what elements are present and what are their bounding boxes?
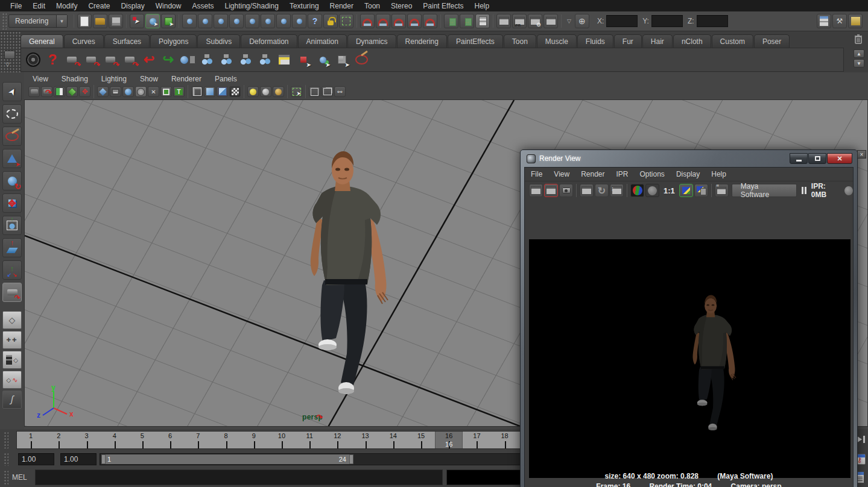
default-lighting-icon[interactable]	[247, 86, 259, 97]
menu-display[interactable]: Display	[115, 1, 150, 11]
shelf-tab-fluids[interactable]: Fluids	[577, 34, 613, 48]
frame-13[interactable]: 13	[352, 432, 379, 449]
menu-assets[interactable]: Assets	[186, 1, 219, 11]
range-end-handle[interactable]	[349, 454, 353, 464]
ipr-render-icon[interactable]	[512, 14, 527, 28]
plugin-shapes-icon[interactable]	[334, 86, 346, 97]
attribute-editor-toggle-icon[interactable]	[817, 14, 831, 28]
layout-dragon-icon[interactable]	[2, 391, 22, 409]
redo-previous-render-icon[interactable]	[529, 184, 543, 197]
bookmarks-icon[interactable]	[54, 86, 65, 97]
panel-menu-shading[interactable]: Shading	[62, 75, 88, 83]
camera-zoom-icon[interactable]	[121, 51, 139, 69]
rv-menu-file[interactable]: File	[531, 170, 542, 178]
shelf-tab-ncloth[interactable]: nCloth	[673, 34, 711, 48]
snap-grid-icon[interactable]	[360, 14, 375, 28]
smooth-shade-icon[interactable]	[204, 86, 215, 97]
rv-menu-options[interactable]: Options	[640, 170, 665, 178]
mask-misc-icon[interactable]	[292, 14, 306, 28]
field-chart-icon[interactable]	[148, 86, 159, 97]
render-view-window[interactable]: Render View ✕ FileViewRenderIPROptionsDi…	[520, 149, 858, 487]
paint-effects-brush-icon[interactable]	[352, 51, 370, 69]
minimize-button[interactable]	[790, 153, 808, 164]
rv-menu-ipr[interactable]: IPR	[616, 170, 629, 178]
maximize-button[interactable]	[808, 153, 826, 164]
frame-18[interactable]: 18	[491, 432, 519, 449]
snap-point-icon[interactable]	[391, 14, 406, 28]
panel-menu-view[interactable]: View	[33, 75, 48, 83]
renderer-select-button[interactable]: Maya Software	[732, 184, 797, 197]
menu-window[interactable]: Window	[150, 1, 187, 11]
rangeslider-drag-handle[interactable]	[4, 453, 8, 466]
frame-7[interactable]: 7	[184, 432, 212, 449]
rgb-channels-icon[interactable]	[630, 184, 644, 197]
ipr-render-rv-icon[interactable]	[580, 184, 594, 197]
construction-history-icon[interactable]	[475, 14, 490, 28]
lock-selection-icon[interactable]	[323, 14, 338, 28]
layout-single-icon[interactable]	[2, 311, 22, 329]
textured-shade-icon[interactable]	[217, 86, 228, 97]
panel-menu-show[interactable]: Show	[140, 75, 158, 83]
shelf-menu-button[interactable]	[4, 51, 15, 59]
shelf-tab-painteffects[interactable]: PaintEffects	[448, 34, 503, 48]
shelf-tab-fur[interactable]: Fur	[614, 34, 642, 48]
undo-arrow-icon[interactable]	[140, 51, 158, 69]
new-scene-icon[interactable]	[77, 14, 92, 28]
wireframe-mode-icon[interactable]	[191, 86, 203, 97]
render-current-frame-icon[interactable]	[496, 14, 511, 28]
menu-lighting-shading[interactable]: Lighting/Shading	[219, 1, 284, 11]
soft-modification-icon[interactable]	[2, 238, 22, 257]
shelf-menu-arrow-icon[interactable]: ▽	[5, 61, 10, 68]
highlight-selection-icon[interactable]	[339, 14, 353, 28]
save-scene-icon[interactable]	[109, 14, 123, 28]
animation-start-field[interactable]: 1.00	[18, 453, 54, 465]
frame-6[interactable]: 6	[156, 432, 184, 449]
timeslider-drag-handle[interactable]	[4, 432, 8, 448]
statusline-drag-handle[interactable]	[2, 13, 7, 30]
rendered-image[interactable]	[529, 239, 851, 478]
render-region-icon[interactable]	[544, 184, 558, 197]
film-gate-icon[interactable]	[110, 86, 121, 97]
shelf-tab-custom[interactable]: Custom	[712, 34, 753, 48]
refresh-ipr-icon[interactable]	[595, 184, 609, 197]
menu-paint-effects[interactable]: Paint Effects	[417, 1, 469, 11]
shelf-tab-rendering[interactable]: Rendering	[397, 34, 447, 48]
shelf-tab-poser[interactable]: Poser	[754, 34, 790, 48]
menu-texturing[interactable]: Texturing	[284, 1, 325, 11]
shelf-tab-animation[interactable]: Animation	[298, 34, 347, 48]
alpha-channel-icon[interactable]	[645, 184, 659, 197]
last-tool-camera-icon[interactable]	[2, 283, 22, 302]
select-hierarchy-icon[interactable]	[130, 14, 144, 28]
snapshot-icon[interactable]	[559, 184, 573, 197]
scale-tool-icon[interactable]	[2, 193, 22, 213]
snap-projected-center-icon[interactable]	[407, 14, 422, 28]
mask-surfaces-icon[interactable]	[229, 14, 244, 28]
frame-16[interactable]: 1616	[435, 432, 463, 449]
shelf-tab-deformation[interactable]: Deformation	[241, 34, 297, 48]
menu-edit[interactable]: Edit	[27, 1, 51, 11]
frame-17[interactable]: 17	[463, 432, 490, 449]
menu-stereo[interactable]: Stereo	[385, 1, 417, 11]
shelf-tab-hair[interactable]: Hair	[642, 34, 673, 48]
mask-deformations-icon[interactable]	[245, 14, 259, 28]
layout-four-icon[interactable]	[2, 331, 22, 349]
shelf-tab-subdivs[interactable]: Subdivs	[197, 34, 240, 48]
input-to-selected-icon[interactable]	[444, 14, 458, 28]
reroot-joint-icon[interactable]	[256, 51, 274, 69]
close-button[interactable]: ✕	[827, 153, 852, 164]
shelf-tab-polygons[interactable]: Polygons	[150, 34, 197, 48]
lasso-tool-icon[interactable]	[2, 104, 22, 124]
mask-curves-icon[interactable]	[214, 14, 228, 28]
menu-create[interactable]: Create	[83, 1, 115, 11]
frame-5[interactable]: 5	[128, 432, 156, 449]
x-input[interactable]	[606, 15, 638, 27]
image-plane-icon[interactable]	[66, 86, 78, 97]
resolution-gate-icon[interactable]	[122, 86, 134, 97]
layout-outliner-icon[interactable]	[2, 351, 22, 369]
gate-mask-icon[interactable]	[135, 86, 147, 97]
snap-view-plane-icon[interactable]	[423, 14, 437, 28]
panel-close-icon[interactable]: ×	[857, 150, 866, 159]
menu-set-dropdown[interactable]: Rendering ▼	[8, 14, 68, 28]
camera-orbit-icon[interactable]	[63, 51, 81, 69]
frame-4[interactable]: 4	[101, 432, 128, 449]
